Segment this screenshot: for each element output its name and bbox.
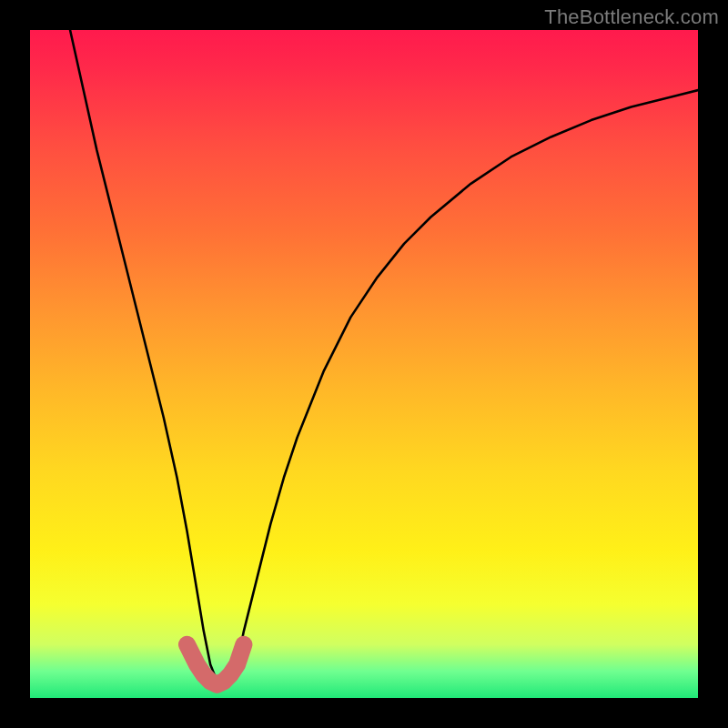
bottleneck-curve [70, 30, 698, 684]
plot-area [30, 30, 698, 698]
bottom-band-highlight [187, 644, 243, 684]
curve-layer [30, 30, 698, 698]
chart-frame: TheBottleneck.com [0, 0, 728, 728]
watermark-text: TheBottleneck.com [544, 5, 719, 29]
